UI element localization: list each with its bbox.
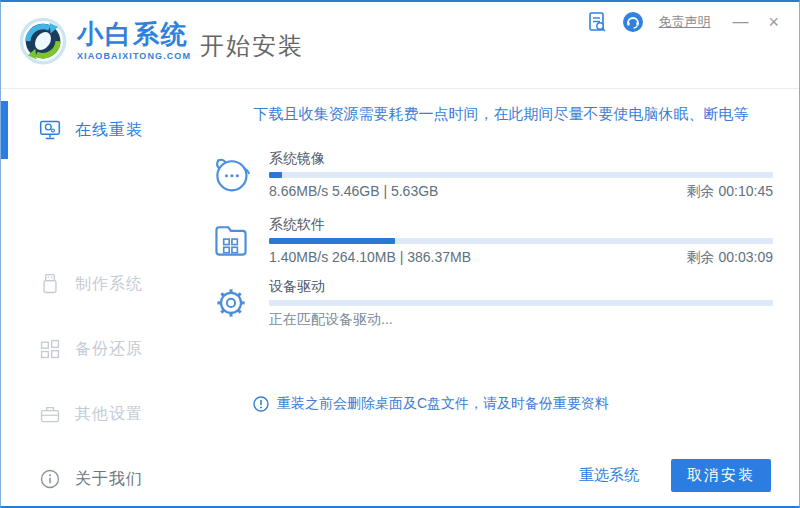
- progress-bar: [269, 300, 773, 306]
- task-row-system-software: 系统软件 1.40MB/s 264.10MB | 386.37MB 剩余 00:…: [201, 216, 800, 268]
- task-title: 系统镜像: [269, 150, 325, 168]
- logo-subtitle: XIAOBAIXITONG.COM: [77, 51, 191, 61]
- install-notes-icon[interactable]: [586, 11, 608, 33]
- task-row-device-driver: 设备驱动 正在匹配设备驱动...: [201, 278, 800, 330]
- monitor-icon: [39, 119, 61, 141]
- sidebar-item-about-us[interactable]: 关于我们: [1, 450, 201, 508]
- task-stats: 1.40MB/s 264.10MB | 386.37MB: [269, 249, 471, 267]
- disclaimer-link[interactable]: 免责声明: [658, 13, 710, 31]
- warning-text: 下载且收集资源需要耗费一点时间，在此期间尽量不要使电脑休眠、断电等: [201, 105, 800, 124]
- task-row-system-image: 系统镜像 8.66MB/s 5.46GB | 5.63GB 剩余 00:10:4…: [201, 150, 800, 202]
- progress-fill: [269, 238, 395, 244]
- logo-swirl-icon: [17, 14, 69, 66]
- sidebar-item-make-system[interactable]: 制作系统: [1, 255, 201, 313]
- active-indicator: [1, 101, 8, 159]
- sidebar-item-backup-restore[interactable]: 备份还原: [1, 320, 201, 378]
- sidebar-item-other-settings[interactable]: 其他设置: [1, 385, 201, 443]
- close-button[interactable]: ×: [768, 12, 779, 32]
- sidebar-item-label: 在线重装: [75, 120, 143, 141]
- backup-notice: 重装之前会删除桌面及C盘文件，请及时备份重要资料: [253, 395, 609, 413]
- app-window: 小白系统 XIAOBAIXITONG.COM 开始安装 免责声明 —: [0, 0, 800, 508]
- usb-icon: [39, 273, 61, 295]
- notice-text: 重装之前会删除桌面及C盘文件，请及时备份重要资料: [277, 395, 609, 413]
- gear-icon: [211, 280, 251, 324]
- face-icon: [211, 152, 251, 196]
- progress-bar: [269, 172, 773, 178]
- app-logo: 小白系统 XIAOBAIXITONG.COM: [17, 14, 191, 66]
- sidebar-item-online-reinstall[interactable]: 在线重装: [1, 101, 201, 159]
- sidebar-item-label: 其他设置: [75, 404, 143, 425]
- cancel-install-button[interactable]: 取消安装: [671, 459, 771, 492]
- header-controls: 免责声明 — ×: [586, 2, 799, 42]
- task-status: 正在匹配设备驱动...: [269, 311, 393, 329]
- task-remaining: 剩余 00:10:45: [687, 183, 773, 201]
- page-title: 开始安装: [200, 30, 304, 62]
- sidebar-item-label: 制作系统: [75, 274, 143, 295]
- footer: 重选系统 取消安装: [579, 459, 771, 492]
- folder-icon: [211, 218, 251, 262]
- info-icon: [39, 468, 61, 490]
- task-title: 设备驱动: [269, 278, 325, 296]
- logo-title: 小白系统: [77, 19, 191, 49]
- sidebar-item-label: 备份还原: [75, 339, 143, 360]
- sidebar-item-label: 关于我们: [75, 469, 143, 490]
- briefcase-icon: [39, 403, 61, 425]
- progress-bar: [269, 238, 773, 244]
- task-remaining: 剩余 00:03:09: [687, 249, 773, 267]
- header: 小白系统 XIAOBAIXITONG.COM 开始安装 免责声明 —: [1, 2, 799, 89]
- blocks-icon: [39, 338, 61, 360]
- minimize-button[interactable]: —: [732, 12, 748, 32]
- alert-circle-icon: [253, 396, 269, 412]
- main-content: 下载且收集资源需要耗费一点时间，在此期间尽量不要使电脑休眠、断电等 系统镜像 8…: [201, 90, 800, 506]
- progress-fill: [269, 172, 282, 178]
- task-title: 系统软件: [269, 216, 325, 234]
- reselect-system-button[interactable]: 重选系统: [579, 466, 639, 485]
- sidebar: 在线重装 制作系统 备份还原: [1, 90, 201, 506]
- customer-service-icon[interactable]: [622, 11, 644, 33]
- task-stats: 8.66MB/s 5.46GB | 5.63GB: [269, 183, 438, 201]
